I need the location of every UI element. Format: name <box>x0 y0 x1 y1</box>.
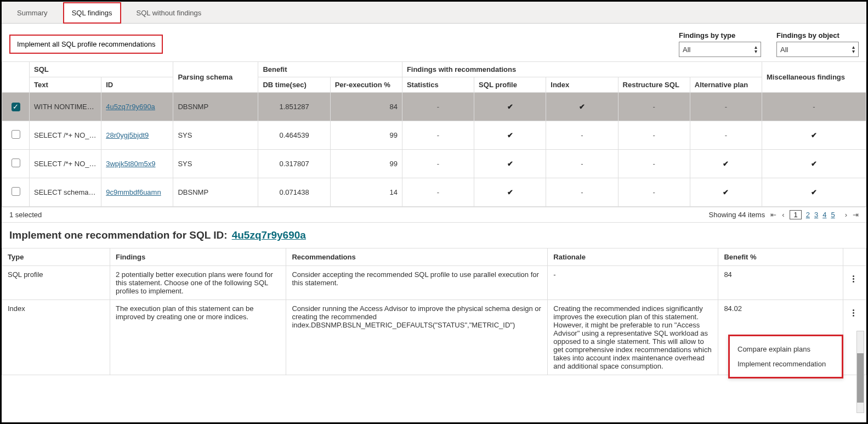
row-altplan: ✔ <box>690 150 762 178</box>
detail-rationale: Creating the recommended indices signifi… <box>548 300 718 375</box>
detail-type: SQL profile <box>2 266 110 300</box>
row-checkbox[interactable] <box>12 187 20 196</box>
col-text: Text <box>30 77 101 93</box>
filter-by-object-select[interactable]: All ▴▾ <box>776 42 859 57</box>
row-sqlprofile: ✔ <box>474 178 546 207</box>
table-row[interactable]: SELECT schema, c… 9c9mmbdf6uamn DBSNMP 0… <box>2 178 866 207</box>
row-schema: DBSNMP <box>173 178 258 207</box>
row-index: - <box>546 178 618 207</box>
menu-compare-explain-plans[interactable]: Compare explain plans <box>737 342 834 357</box>
row-altplan: - <box>690 121 762 150</box>
col-index: Index <box>546 77 618 93</box>
col-type2: Type <box>2 248 110 266</box>
detail-heading-text: Implement one recommendation for SQL ID: <box>9 229 228 241</box>
col-rat2: Rationale <box>548 248 718 266</box>
row-sql-id-link[interactable]: 28r0ygj5bjdt9 <box>106 131 149 139</box>
scrollbar-thumb[interactable] <box>857 353 864 403</box>
row-restructure: - <box>618 93 690 121</box>
tab-summary[interactable]: Summary <box>8 2 56 24</box>
col-statistics: Statistics <box>402 77 474 93</box>
pager: 1 selected Showing 44 items ⇤ ‹ 12345 › … <box>2 207 866 223</box>
row-schema: SYS <box>173 150 258 178</box>
col-checkbox <box>2 62 30 93</box>
row-sql-id-link[interactable]: 9c9mmbdf6uamn <box>106 188 161 196</box>
row-checkbox[interactable] <box>12 130 20 139</box>
detail-type: Index <box>2 300 110 375</box>
tabs: Summary SQL findings SQL without finding… <box>2 2 866 24</box>
selection-count: 1 selected <box>9 211 42 219</box>
menu-implement-recommendation[interactable]: Implement recommendation <box>737 357 834 371</box>
pager-page[interactable]: 1 <box>790 210 801 219</box>
row-sql-text: SELECT schema, c… <box>30 178 101 207</box>
col-ben2: Benefit % <box>718 248 843 266</box>
pager-page[interactable]: 5 <box>831 211 835 219</box>
table-row[interactable]: ✓ WITH NONTIMEG… 4u5zq7r9y690a DBSNMP 1.… <box>2 93 866 121</box>
col-schema: Parsing schema <box>173 62 258 93</box>
filter-by-type-value: All <box>683 46 690 54</box>
detail-recommendations: Consider accepting the recommended SQL p… <box>286 266 548 300</box>
col-perexec: Per-execution % <box>330 77 402 93</box>
row-action-menu: Compare explain plans Implement recommen… <box>728 335 843 378</box>
pager-next-icon[interactable]: › <box>845 211 847 219</box>
tab-sql-findings[interactable]: SQL findings <box>63 2 121 24</box>
pager-page[interactable]: 4 <box>822 211 826 219</box>
row-checkbox[interactable]: ✓ <box>12 103 20 111</box>
row-restructure: - <box>618 150 690 178</box>
row-statistics: - <box>402 93 474 121</box>
table-row[interactable]: SELECT /*+ NO_S… 28r0ygj5bjdt9 SYS 0.464… <box>2 121 866 150</box>
kebab-icon[interactable] <box>849 309 858 316</box>
col-altplan: Alternative plan <box>690 77 762 93</box>
row-misc: - <box>762 93 866 121</box>
row-perexec: 99 <box>330 150 402 178</box>
row-misc: ✔ <box>762 121 866 150</box>
row-sql-text: WITH NONTIMEG… <box>30 93 101 121</box>
row-sql-text: SELECT /*+ NO_S… <box>30 150 101 178</box>
implement-all-button[interactable]: Implement all SQL profile recommendation… <box>9 35 163 54</box>
vertical-scrollbar[interactable] <box>856 331 864 413</box>
pager-page[interactable]: 3 <box>814 211 818 219</box>
filter-by-object-value: All <box>780 46 788 54</box>
showing-text: Showing 44 items <box>709 211 765 219</box>
pager-prev-icon[interactable]: ‹ <box>782 211 784 219</box>
row-schema: SYS <box>173 121 258 150</box>
pager-first-icon[interactable]: ⇤ <box>770 211 776 219</box>
row-dbtime: 0.071438 <box>258 178 330 207</box>
row-sqlprofile: ✔ <box>474 121 546 150</box>
chevron-updown-icon: ▴▾ <box>852 45 855 54</box>
row-dbtime: 0.317807 <box>258 150 330 178</box>
row-restructure: - <box>618 178 690 207</box>
row-sqlprofile: ✔ <box>474 93 546 121</box>
detail-heading: Implement one recommendation for SQL ID:… <box>2 223 866 248</box>
findings-table: SQL Parsing schema Benefit Findings with… <box>2 61 866 207</box>
detail-rationale: - <box>548 266 718 300</box>
filter-by-type-select[interactable]: All ▴▾ <box>679 42 761 57</box>
kebab-icon[interactable] <box>849 275 858 282</box>
pager-page[interactable]: 2 <box>806 211 810 219</box>
row-perexec: 14 <box>330 178 402 207</box>
col-id: ID <box>101 77 173 93</box>
col-findings-rec: Findings with recommendations <box>402 62 762 77</box>
table-row[interactable]: SELECT /*+ NO_S… 3wpjk5t80m5x9 SYS 0.317… <box>2 150 866 178</box>
detail-recommendations: Consider running the Access Advisor to i… <box>286 300 548 375</box>
col-action <box>843 248 866 266</box>
row-sql-id-link[interactable]: 4u5zq7r9y690a <box>106 103 155 111</box>
row-index: ✔ <box>546 93 618 121</box>
row-misc: ✔ <box>762 178 866 207</box>
detail-sql-id-link[interactable]: 4u5zq7r9y690a <box>232 229 306 241</box>
toolbar: Implement all SQL profile recommendation… <box>2 24 866 61</box>
row-dbtime: 0.464539 <box>258 121 330 150</box>
col-misc: Miscellaneous findings <box>762 62 866 93</box>
detail-findings: 2 potentially better execution plans wer… <box>110 266 286 300</box>
col-rec2: Recommendations <box>286 248 548 266</box>
row-statistics: - <box>402 121 474 150</box>
row-sql-id-link[interactable]: 3wpjk5t80m5x9 <box>106 160 155 168</box>
tab-sql-without-findings[interactable]: SQL without findings <box>128 2 211 24</box>
pager-last-icon[interactable]: ⇥ <box>853 211 859 219</box>
row-misc: ✔ <box>762 150 866 178</box>
col-restructure: Restructure SQL <box>618 77 690 93</box>
row-checkbox[interactable] <box>12 159 20 167</box>
row-perexec: 99 <box>330 121 402 150</box>
pager-controls: Showing 44 items ⇤ ‹ 12345 › ⇥ <box>709 211 859 219</box>
filter-by-object-label: Findings by object <box>776 31 859 39</box>
chevron-updown-icon: ▴▾ <box>754 45 757 54</box>
